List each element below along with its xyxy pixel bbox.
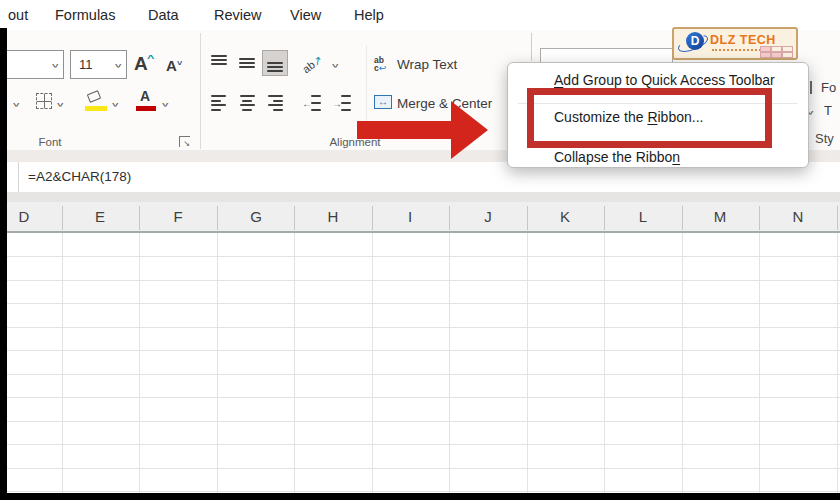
menu-item-add-group-qat[interactable]: Add Group to Quick Access Toolbar <box>554 72 775 88</box>
group-divider <box>531 33 532 61</box>
column-header-I[interactable]: I <box>398 208 422 225</box>
align-left-button[interactable] <box>206 90 232 116</box>
font-color-swatch[interactable] <box>136 106 156 111</box>
top-align-button[interactable] <box>206 50 232 76</box>
grow-font-button[interactable]: A^ <box>134 53 153 75</box>
tab-formulas[interactable]: Formulas <box>55 7 115 23</box>
caret-up-icon: ^ <box>147 53 154 63</box>
chevron-down-icon[interactable]: ^ <box>57 99 64 108</box>
middle-align-button[interactable] <box>234 50 260 76</box>
letterbox-bottom <box>0 493 840 500</box>
increase-indent-button[interactable]: → <box>330 90 354 116</box>
column-header-F[interactable]: F <box>166 208 190 225</box>
column-header-G[interactable]: G <box>244 208 268 225</box>
styles-group-label-partial: Sty <box>815 131 834 146</box>
column-header-D[interactable]: D <box>12 208 36 225</box>
logo-tagline <box>712 49 764 51</box>
font-group-label: Font <box>10 136 90 148</box>
divider <box>810 81 812 94</box>
top-align-icon <box>211 55 227 72</box>
tab-review[interactable]: Review <box>214 7 262 23</box>
align-center-button[interactable] <box>234 90 260 116</box>
spreadsheet-grid[interactable] <box>7 233 840 493</box>
red-arrow-head-icon <box>451 101 488 159</box>
logo-d-icon: D <box>686 32 704 50</box>
tab-data[interactable]: Data <box>148 7 179 23</box>
column-header-E[interactable]: E <box>88 208 112 225</box>
chevron-down-icon[interactable]: ^ <box>332 60 339 69</box>
font-size-combo[interactable]: 11 ^ <box>70 50 127 79</box>
cell-styles-label-partial: T <box>824 103 832 118</box>
name-box-partial[interactable] <box>7 162 19 192</box>
formula-input[interactable]: =A2&CHAR(178) <box>28 169 131 184</box>
bottom-align-button[interactable] <box>262 50 288 76</box>
align-right-icon <box>267 95 283 111</box>
align-left-icon <box>211 95 227 111</box>
font-name-combo[interactable]: ^ <box>0 50 64 79</box>
logo-mini-cells <box>760 46 793 58</box>
chevron-down-icon: ^ <box>115 60 122 69</box>
dialog-launcher-icon[interactable]: ↘ <box>179 136 190 147</box>
chevron-down-icon[interactable]: ^ <box>112 99 119 108</box>
fill-color-swatch[interactable] <box>85 106 107 111</box>
ribbon-tab-bar: out Formulas Data Review View Help <box>0 0 840 30</box>
wrap-text-button[interactable]: Wrap Text <box>397 57 457 72</box>
group-divider <box>200 33 201 149</box>
formula-bar-gap <box>7 192 840 202</box>
column-header-N[interactable]: N <box>786 208 810 225</box>
font-color-button[interactable]: A <box>140 88 150 104</box>
align-right-button[interactable] <box>262 90 288 116</box>
tab-view[interactable]: View <box>290 7 321 23</box>
caret-down-icon: ^ <box>177 57 182 67</box>
font-size-value: 11 <box>79 57 93 72</box>
column-header-K[interactable]: K <box>553 208 577 225</box>
merge-center-icon: ↔ <box>374 95 392 109</box>
menu-item-collapse-ribbon[interactable]: Collapse the Ribbon <box>554 149 680 165</box>
chevron-down-icon[interactable]: ^ <box>162 99 169 108</box>
column-header-H[interactable]: H <box>321 208 345 225</box>
bottom-align-icon <box>267 55 283 72</box>
decrease-indent-button[interactable]: ← <box>300 90 324 116</box>
underline-split-caret-icon[interactable]: ^ <box>13 99 20 108</box>
shrink-font-button[interactable]: A^ <box>166 57 182 74</box>
highlight-box-annotation <box>527 88 772 148</box>
red-arrow-annotation <box>357 121 453 139</box>
column-header-L[interactable]: L <box>631 208 655 225</box>
letterbox-left <box>0 28 7 500</box>
tab-help[interactable]: Help <box>354 7 384 23</box>
format-as-table-label-partial: Fo <box>821 80 836 95</box>
tab-layout-partial[interactable]: out <box>8 7 28 23</box>
arrow-right-icon: → <box>332 98 342 109</box>
arrow-left-icon: ← <box>302 98 312 109</box>
logo-text: DLZ TECH <box>710 33 776 47</box>
column-header-J[interactable]: J <box>476 208 500 225</box>
column-header-M[interactable]: M <box>708 208 732 225</box>
chevron-down-icon: ^ <box>52 60 59 69</box>
align-center-icon <box>239 95 255 111</box>
middle-align-icon <box>239 55 255 72</box>
dlz-tech-logo: D DLZ TECH <box>672 27 798 60</box>
borders-icon[interactable] <box>36 93 52 109</box>
wrap-text-icon: ab c↩ <box>374 56 394 74</box>
